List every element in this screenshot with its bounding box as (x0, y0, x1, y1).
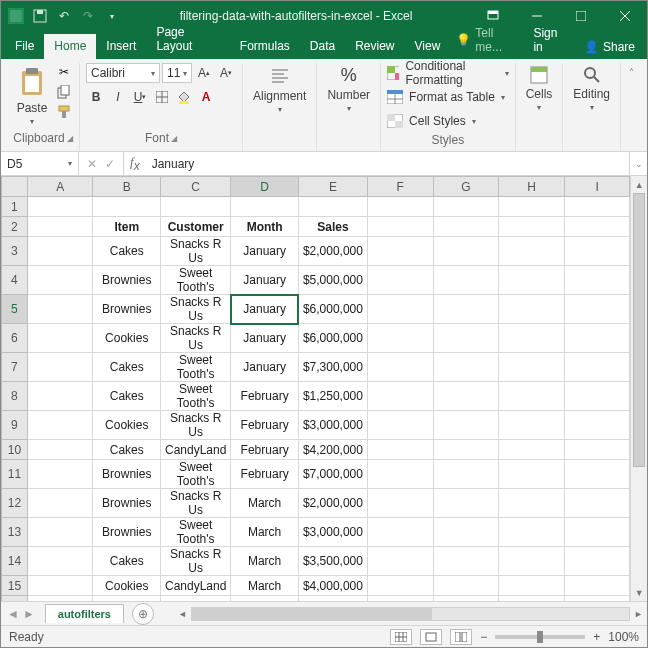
cell[interactable]: $4,000,000 (298, 576, 367, 596)
alignment-button[interactable]: Alignment▾ (249, 63, 310, 116)
zoom-level[interactable]: 100% (608, 630, 639, 644)
cell[interactable]: March (231, 518, 298, 547)
font-color-button[interactable]: A (196, 87, 216, 107)
cell[interactable] (499, 460, 565, 489)
cell[interactable]: Cookies (93, 576, 161, 596)
decrease-font-icon[interactable]: A▾ (216, 63, 236, 83)
cell[interactable] (499, 576, 565, 596)
cell[interactable]: Cakes (93, 547, 161, 576)
formula-bar[interactable]: January (146, 157, 629, 171)
cell[interactable] (564, 353, 629, 382)
cell[interactable] (27, 440, 93, 460)
row-header[interactable]: 10 (2, 440, 28, 460)
underline-button[interactable]: U▾ (130, 87, 150, 107)
cell[interactable] (27, 411, 93, 440)
select-all-cell[interactable] (2, 177, 28, 197)
cell[interactable] (499, 353, 565, 382)
cell[interactable]: $3,000,000 (298, 518, 367, 547)
scroll-left-icon[interactable]: ◄ (174, 609, 191, 619)
sign-in[interactable]: Sign in (525, 21, 576, 59)
cell[interactable] (499, 518, 565, 547)
cell[interactable] (499, 266, 565, 295)
cell-styles-button[interactable]: Cell Styles▾ (387, 111, 476, 131)
copy-button[interactable] (55, 83, 73, 101)
cell[interactable] (499, 489, 565, 518)
cell[interactable]: $4,200,000 (298, 440, 367, 460)
cell[interactable] (564, 576, 629, 596)
cell[interactable]: January (231, 295, 298, 324)
cell[interactable] (499, 295, 565, 324)
cell[interactable]: January (231, 237, 298, 266)
cell[interactable]: Snacks R Us (161, 489, 231, 518)
cell[interactable] (367, 324, 433, 353)
spreadsheet-grid[interactable]: ABCDEFGHI12ItemCustomerMonthSales3CakesS… (1, 176, 630, 601)
cell[interactable] (433, 489, 499, 518)
expand-formula-bar-icon[interactable]: ⌄ (629, 152, 647, 175)
tell-me[interactable]: 💡Tell me... (450, 21, 525, 59)
cell[interactable]: Brownies (93, 518, 161, 547)
cell[interactable]: Snacks R Us (161, 237, 231, 266)
row-header[interactable]: 11 (2, 460, 28, 489)
cell[interactable] (27, 266, 93, 295)
cell[interactable] (433, 596, 499, 602)
cell[interactable] (433, 237, 499, 266)
col-header[interactable]: H (499, 177, 565, 197)
redo-icon[interactable]: ↷ (79, 7, 97, 25)
tab-view[interactable]: View (405, 34, 451, 59)
cell[interactable] (367, 489, 433, 518)
tab-review[interactable]: Review (345, 34, 404, 59)
cell[interactable]: Sweet Tooth's (161, 382, 231, 411)
cell[interactable]: Cookies (93, 324, 161, 353)
col-header[interactable]: A (27, 177, 93, 197)
zoom-in-button[interactable]: + (593, 630, 600, 644)
row-header[interactable]: 1 (2, 197, 28, 217)
tab-home[interactable]: Home (44, 34, 96, 59)
italic-button[interactable]: I (108, 87, 128, 107)
cell[interactable] (564, 547, 629, 576)
cell[interactable] (27, 237, 93, 266)
vertical-scrollbar[interactable]: ▲ ▼ (630, 176, 647, 601)
cell[interactable]: $7,000,000 (298, 460, 367, 489)
cell[interactable] (499, 411, 565, 440)
row-header[interactable]: 4 (2, 266, 28, 295)
cell[interactable]: $5,000,000 (298, 266, 367, 295)
cell[interactable] (433, 217, 499, 237)
cell[interactable] (27, 197, 93, 217)
cell[interactable]: Sweet Tooth's (161, 266, 231, 295)
cell[interactable] (564, 518, 629, 547)
qat-customize-icon[interactable]: ▾ (103, 7, 121, 25)
cell[interactable]: January (231, 266, 298, 295)
cell[interactable]: Customer (161, 217, 231, 237)
cell[interactable] (367, 460, 433, 489)
page-break-view-icon[interactable] (450, 629, 472, 645)
cell[interactable]: February (231, 460, 298, 489)
cell[interactable]: February (231, 382, 298, 411)
col-header[interactable]: E (298, 177, 367, 197)
cell[interactable] (564, 596, 629, 602)
cell[interactable]: Brownies (93, 489, 161, 518)
zoom-slider[interactable] (495, 635, 585, 639)
conditional-formatting-button[interactable]: Conditional Formatting▾ (387, 63, 509, 83)
horizontal-scrollbar[interactable]: ◄ ► (174, 607, 647, 621)
scroll-up-icon[interactable]: ▲ (631, 176, 647, 193)
cell[interactable]: Cakes (93, 237, 161, 266)
cell[interactable] (564, 324, 629, 353)
cell[interactable] (367, 547, 433, 576)
cell[interactable]: Snacks R Us (161, 295, 231, 324)
row-header[interactable]: 15 (2, 576, 28, 596)
tab-page-layout[interactable]: Page Layout (146, 20, 229, 59)
cell[interactable] (499, 596, 565, 602)
cell[interactable]: $7,300,000 (298, 353, 367, 382)
cell[interactable] (433, 440, 499, 460)
cells-button[interactable]: Cells▾ (522, 63, 557, 114)
cell[interactable]: $2,000,000 (298, 237, 367, 266)
editing-button[interactable]: Editing▾ (569, 63, 614, 114)
cell[interactable]: February (231, 411, 298, 440)
cell[interactable]: Cakes (93, 353, 161, 382)
cell[interactable]: Cakes (93, 440, 161, 460)
cell[interactable] (433, 353, 499, 382)
cell[interactable] (499, 237, 565, 266)
cell[interactable]: CandyLand (161, 596, 231, 602)
cell[interactable] (27, 547, 93, 576)
cell[interactable]: Cookies (93, 411, 161, 440)
